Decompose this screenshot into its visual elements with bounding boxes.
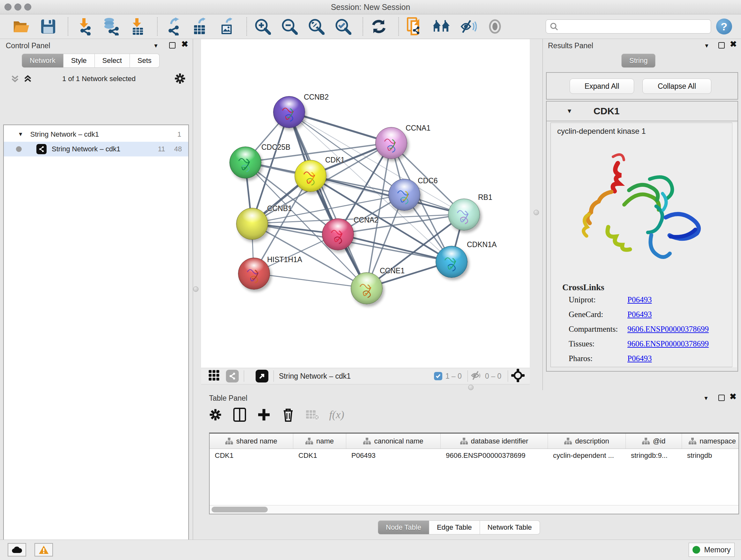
zoom-out-icon[interactable] <box>280 17 299 36</box>
collapse-all-networks-icon[interactable] <box>10 74 20 85</box>
tab-network[interactable]: Network <box>22 54 64 68</box>
refresh-layout-icon[interactable] <box>369 17 388 36</box>
cytoscape-window: Session: New Session <box>0 0 741 560</box>
network-node-RB1[interactable] <box>448 199 480 231</box>
network-node-CCNA2[interactable] <box>322 219 354 250</box>
expand-all-networks-icon[interactable] <box>23 74 32 85</box>
results-scrollbar[interactable] <box>732 123 737 367</box>
open-session-icon[interactable] <box>12 17 30 36</box>
table-panel-close-icon[interactable]: ✖ <box>730 393 737 401</box>
table-panel-float-icon[interactable] <box>718 395 725 402</box>
horizontal-splitter-handle[interactable] <box>468 385 474 390</box>
clone-network-icon[interactable] <box>405 17 424 36</box>
crosslink-compartments-link[interactable]: 9606.ENSP00000378699 <box>627 325 709 334</box>
birds-eye-view-icon[interactable] <box>511 369 525 383</box>
inactive-eye-icon[interactable] <box>486 17 504 36</box>
export-table-icon[interactable] <box>191 17 209 36</box>
column-header[interactable]: name <box>293 434 346 449</box>
entry-header[interactable]: ▼ CDK1 <box>547 102 738 121</box>
entry-description: cyclin-dependent kinase 1 <box>557 127 646 136</box>
save-session-icon[interactable] <box>39 17 57 36</box>
scrollbar-thumb[interactable] <box>212 507 268 512</box>
left-splitter-handle[interactable] <box>193 287 199 292</box>
selected-checkbox-icon[interactable] <box>434 372 442 380</box>
column-header[interactable]: shared name <box>210 434 293 449</box>
column-header[interactable]: namespace <box>682 434 741 449</box>
import-table-icon[interactable] <box>128 17 147 36</box>
right-splitter-handle[interactable] <box>534 210 539 215</box>
network-view-toolbar: String Network – cdk1 1 – 0 0 – 0 <box>201 368 530 384</box>
zoom-in-icon[interactable] <box>253 17 272 36</box>
zoom-fit-icon[interactable] <box>307 17 326 36</box>
control-panel-menu-icon[interactable]: ▼ <box>153 43 158 49</box>
tab-network-table[interactable]: Network Table <box>480 520 540 535</box>
tab-sets[interactable]: Sets <box>130 54 159 68</box>
export-image-icon[interactable] <box>218 17 236 36</box>
column-header[interactable]: database identifier <box>441 434 548 449</box>
network-options-gear-icon[interactable] <box>174 73 186 85</box>
table-panel-menu-icon[interactable]: ▼ <box>703 395 709 401</box>
network-list: ▼ String Network – cdk1 1 String Network… <box>3 125 189 560</box>
string-homes-icon[interactable] <box>432 17 451 36</box>
column-header[interactable]: @id <box>626 434 682 449</box>
collection-expand-icon[interactable]: ▼ <box>18 131 23 138</box>
add-column-icon[interactable] <box>255 406 273 424</box>
export-network-icon[interactable] <box>164 17 183 36</box>
help-icon[interactable]: ? <box>716 18 732 35</box>
show-hide-graphics-icon[interactable] <box>459 17 477 36</box>
memory-button[interactable]: Memory <box>689 543 735 557</box>
network-node-CCNE1[interactable] <box>351 272 383 304</box>
network-node-CDC6[interactable] <box>388 179 420 211</box>
network-collection-row[interactable]: ▼ String Network – cdk1 1 <box>4 127 188 142</box>
results-panel-close-icon[interactable]: ✖ <box>730 41 737 48</box>
network-node-CDC25B[interactable] <box>229 146 261 179</box>
results-panel-float-icon[interactable] <box>718 42 725 50</box>
node-label-CCNE1: CCNE1 <box>380 266 405 275</box>
table-horizontal-scrollbar[interactable] <box>210 505 738 514</box>
toolbar-separator <box>398 17 399 36</box>
control-panel-close-icon[interactable]: ✖ <box>181 41 188 48</box>
table-options-gear-icon[interactable] <box>206 406 225 424</box>
delete-column-icon[interactable] <box>279 406 297 424</box>
network-canvas[interactable]: CCNB2CCNA1CDC25BCDK1CDC6RB1CCNB1CCNA2CDK… <box>201 39 530 368</box>
network-node-CDK1[interactable] <box>294 160 327 192</box>
tab-style[interactable]: Style <box>64 54 95 68</box>
table-row[interactable]: CDK1 CDK1 P06493 9606.ENSP00000378699 cy… <box>210 449 738 462</box>
network-node-CCNB1[interactable] <box>236 208 268 240</box>
control-panel-float-icon[interactable] <box>169 42 176 50</box>
tab-node-table[interactable]: Node Table <box>378 520 429 535</box>
column-header[interactable]: canonical name <box>346 434 441 449</box>
show-columns-icon[interactable] <box>230 406 249 424</box>
function-builder-icon[interactable]: f(x) <box>327 406 346 424</box>
collapse-all-button[interactable]: Collapse All <box>643 78 711 94</box>
expand-all-button[interactable]: Expand All <box>569 78 634 94</box>
zoom-selected-icon[interactable] <box>334 17 352 36</box>
crosslink-pharos-link[interactable]: P06493 <box>627 354 652 363</box>
import-network-file-icon[interactable] <box>75 17 93 36</box>
search-input[interactable] <box>561 22 707 31</box>
results-panel-menu-icon[interactable]: ▼ <box>704 43 710 49</box>
grid-view-icon[interactable] <box>208 369 220 383</box>
crosslink-genecard-link[interactable]: P06493 <box>627 310 652 319</box>
tab-string[interactable]: String <box>621 54 656 68</box>
network-node-HIST1H1A[interactable] <box>238 258 270 290</box>
crosslink-uniprot-link[interactable]: P06493 <box>627 295 652 304</box>
network-node-CCNA1[interactable] <box>375 127 407 159</box>
crosslink-label: Pharos: <box>569 354 593 363</box>
detach-view-icon[interactable] <box>256 370 268 382</box>
network-node-CDKN1A[interactable] <box>435 246 468 278</box>
share-view-icon[interactable] <box>226 370 239 382</box>
column-header[interactable]: description <box>548 434 626 449</box>
network-node-CCNB2[interactable] <box>273 96 305 128</box>
delete-table-icon[interactable] <box>303 406 322 424</box>
tab-select[interactable]: Select <box>95 54 130 68</box>
crosslink-tissues-link[interactable]: 9606.ENSP00000378699 <box>627 339 709 348</box>
warning-status-button[interactable] <box>35 543 53 557</box>
import-network-database-icon[interactable] <box>102 17 120 36</box>
entry-expand-icon[interactable]: ▼ <box>566 108 572 115</box>
network-edges[interactable] <box>201 39 530 368</box>
network-row[interactable]: String Network – cdk1 11 48 <box>4 142 188 157</box>
cloud-status-button[interactable] <box>8 543 26 557</box>
tab-edge-table[interactable]: Edge Table <box>429 520 480 535</box>
toolbar-separator <box>362 17 363 36</box>
